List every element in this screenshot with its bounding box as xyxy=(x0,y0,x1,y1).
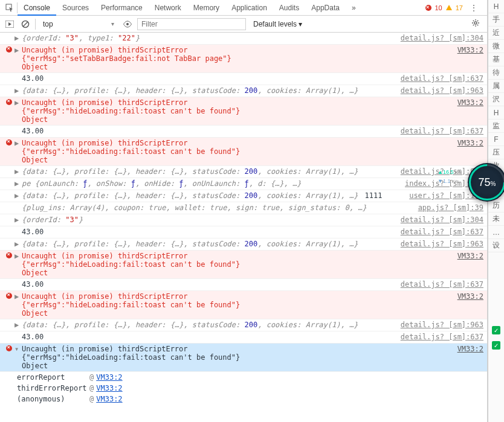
expander-icon[interactable]: ▶ xyxy=(15,179,22,188)
console-row[interactable]: ▶Uncaught (in promise) thirdScriptError … xyxy=(0,138,487,166)
side-item[interactable]: H xyxy=(488,106,504,120)
expander-icon[interactable]: ▶ xyxy=(15,321,22,329)
source-link[interactable]: VM33:2 xyxy=(457,345,483,353)
console-row[interactable]: ▶Uncaught (in promise) thirdScriptError … xyxy=(0,97,487,126)
tab-performance[interactable]: Performance xyxy=(95,0,149,16)
console-row[interactable]: ▶{orderId: "3", type1: "22"}detail.js? [… xyxy=(0,33,487,45)
stack-frame: thirdErrorReport@VM33:2 xyxy=(17,383,487,394)
expander-icon[interactable]: ▶ xyxy=(15,34,22,42)
source-link[interactable]: detail.js? [sm]:304 xyxy=(401,216,483,224)
side-item[interactable]: 设 xyxy=(488,239,504,252)
expander-icon[interactable]: ▶ xyxy=(15,167,22,176)
stack-location-link[interactable]: VM33:2 xyxy=(96,395,122,403)
message-content: Uncaught (in promise) thirdScriptError {… xyxy=(22,345,457,370)
source-link[interactable]: VM33:2 xyxy=(457,98,483,107)
message-content: Uncaught (in promise) thirdScriptError {… xyxy=(22,292,457,318)
perf-widget[interactable]: ▲16.5K/s ▼1.1K/s 75% xyxy=(468,163,504,202)
tab-application[interactable]: Application xyxy=(225,0,273,16)
source-link[interactable]: VM33:2 xyxy=(457,252,483,260)
side-item[interactable]: 沢 xyxy=(488,93,504,106)
source-link[interactable]: VM33:2 xyxy=(457,46,483,54)
tab-console[interactable]: Console xyxy=(18,0,56,16)
side-item[interactable]: 监 xyxy=(488,120,504,133)
live-expression-eye-icon[interactable] xyxy=(121,18,134,30)
console-row[interactable]: ▾Uncaught (in promise) thirdScriptError … xyxy=(0,344,487,372)
side-item[interactable]: 属 xyxy=(488,80,504,93)
stack-location-link[interactable]: VM33:2 xyxy=(96,384,122,392)
filter-input[interactable] xyxy=(137,18,246,30)
tab-memory[interactable]: Memory xyxy=(187,0,225,16)
side-item[interactable]: 压 xyxy=(488,146,504,159)
side-item[interactable]: 基 xyxy=(488,53,504,66)
source-link[interactable]: detail.js? [sm]:637 xyxy=(401,127,483,135)
console-row[interactable]: ▶{data: {…}, profile: {…}, header: {…}, … xyxy=(0,238,487,251)
inspect-icon[interactable] xyxy=(2,1,17,15)
console-row[interactable]: ▶{orderId: "3"}detail.js? [sm]:304 xyxy=(0,214,487,226)
side-item[interactable]: 手 xyxy=(488,13,504,27)
console-row[interactable]: ▶{data: {…}, profile: {…}, header: {…}, … xyxy=(0,85,487,97)
rates: ▲16.5K/s ▼1.1K/s xyxy=(438,168,462,186)
source-link[interactable]: detail.js? [sm]:637 xyxy=(401,333,483,341)
source-link[interactable]: VM33:2 xyxy=(457,292,483,301)
side-item[interactable]: 微 xyxy=(488,40,504,53)
expander-icon[interactable]: ▶ xyxy=(15,98,22,107)
expander-icon[interactable]: ▶ xyxy=(15,139,22,147)
expander-icon[interactable]: ▶ xyxy=(15,252,22,260)
expander-icon[interactable]: ▶ xyxy=(15,191,22,200)
tabs-overflow[interactable]: » xyxy=(346,0,362,16)
source-link[interactable]: detail.js? [sm]:963 xyxy=(401,86,483,95)
expander-icon[interactable]: ▶ xyxy=(15,216,22,224)
stack-location-link[interactable]: VM33:2 xyxy=(96,373,122,382)
side-item[interactable]: 近 xyxy=(488,27,504,40)
console-row[interactable]: ▶Uncaught (in promise) thirdScriptError … xyxy=(0,251,487,279)
clear-console-icon[interactable] xyxy=(19,18,31,30)
source-link[interactable]: detail.js? [sm]:304 xyxy=(401,34,483,42)
error-count[interactable]: 10 xyxy=(435,4,442,11)
warning-count[interactable]: 17 xyxy=(456,4,463,11)
message-content: {orderId: "3"} xyxy=(22,216,401,224)
message-content: Uncaught (in promise) thirdScriptError {… xyxy=(22,139,457,164)
side-item[interactable]: 待 xyxy=(488,66,504,80)
tab-network[interactable]: Network xyxy=(149,0,187,16)
source-link[interactable]: app.js? [sm]:39 xyxy=(418,203,483,212)
console-row[interactable]: 43.00detail.js? [sm]:637 xyxy=(0,331,487,344)
expander-icon[interactable]: ▶ xyxy=(15,46,22,54)
side-item[interactable]: 未 xyxy=(488,213,504,226)
stack-frame: errorReport@VM33:2 xyxy=(17,372,487,383)
log-levels-select[interactable]: Default levels ▾ xyxy=(250,20,306,28)
error-icon xyxy=(6,252,12,258)
console-messages[interactable]: ▶{orderId: "3", type1: "22"}detail.js? [… xyxy=(0,33,487,422)
expander-icon[interactable]: ▶ xyxy=(15,240,22,248)
console-row[interactable]: ▶{data: {…}, profile: {…}, header: {…}, … xyxy=(0,166,487,178)
source-link[interactable]: VM33:2 xyxy=(457,139,483,147)
error-icon xyxy=(6,345,12,351)
console-row[interactable]: ▶Uncaught (in promise) thirdScriptError … xyxy=(0,45,487,73)
source-link[interactable]: detail.js? [sm]:963 xyxy=(401,321,483,329)
source-link[interactable]: detail.js? [sm]:637 xyxy=(401,74,483,83)
console-row[interactable]: 43.00detail.js? [sm]:637 xyxy=(0,279,487,291)
source-link[interactable]: detail.js? [sm]:637 xyxy=(401,228,483,236)
side-item[interactable]: … xyxy=(488,226,504,239)
console-row[interactable]: ▶{data: {…}, profile: {…}, header: {…}, … xyxy=(0,319,487,331)
source-link[interactable]: detail.js? [sm]:637 xyxy=(401,280,483,289)
context-select[interactable]: top ▾ xyxy=(39,18,118,30)
console-row[interactable]: ▶pe {onLaunch: ƒ, onShow: ƒ, onHide: ƒ, … xyxy=(0,178,487,190)
expander-icon[interactable]: ▾ xyxy=(15,345,22,353)
toggle-sidebar-icon[interactable] xyxy=(4,18,16,30)
tab-audits[interactable]: Audits xyxy=(273,0,305,16)
kebab-menu-icon[interactable]: ⋮ xyxy=(467,4,481,12)
console-row[interactable]: ▶{data: {…}, profile: {…}, header: {…}, … xyxy=(0,190,487,202)
console-row[interactable]: {plug_ins: Array(4), coupon: true, walle… xyxy=(0,202,487,214)
expander-icon[interactable]: ▶ xyxy=(15,292,22,301)
tab-appdata[interactable]: AppData xyxy=(305,0,346,16)
console-row[interactable]: 43.00detail.js? [sm]:637 xyxy=(0,73,487,85)
expander-icon[interactable]: ▶ xyxy=(15,86,22,95)
side-item[interactable]: F xyxy=(488,133,504,146)
console-row[interactable]: ▶Uncaught (in promise) thirdScriptError … xyxy=(0,291,487,319)
side-item[interactable]: H xyxy=(488,0,504,13)
tab-sources[interactable]: Sources xyxy=(56,0,95,16)
console-row[interactable]: 43.00detail.js? [sm]:637 xyxy=(0,226,487,238)
settings-gear-icon[interactable] xyxy=(468,19,483,29)
source-link[interactable]: detail.js? [sm]:963 xyxy=(401,240,483,248)
console-row[interactable]: 43.00detail.js? [sm]:637 xyxy=(0,126,487,138)
